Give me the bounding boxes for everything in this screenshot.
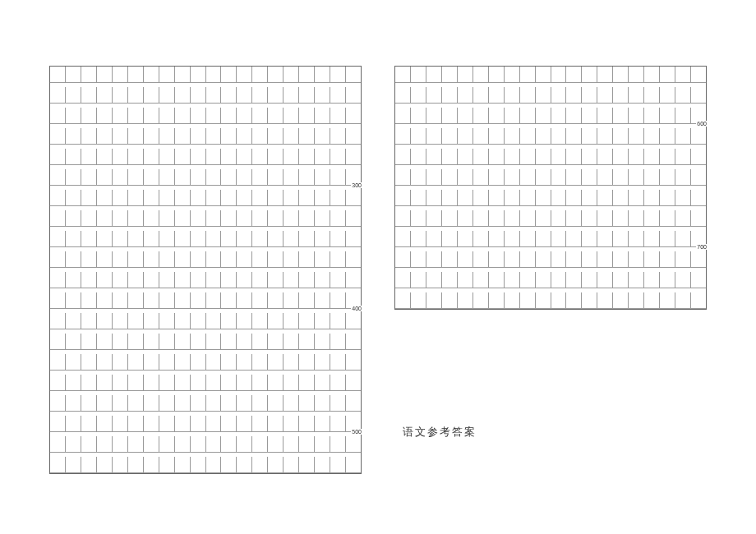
grid-cell xyxy=(582,169,597,186)
grid-cell xyxy=(675,87,691,104)
grid-cell xyxy=(268,457,284,473)
grid-cell xyxy=(597,169,613,186)
grid-cell xyxy=(66,108,81,124)
grid-cell xyxy=(66,436,81,453)
grid-cell xyxy=(97,128,113,145)
grid-cell xyxy=(159,251,175,268)
grid-cell xyxy=(159,128,175,145)
grid-cell xyxy=(128,354,144,371)
grid-cell xyxy=(458,190,473,206)
grid-cell xyxy=(597,251,613,268)
grid-cell xyxy=(237,375,252,391)
grid-cell xyxy=(206,334,222,350)
grid-cell xyxy=(237,334,252,350)
grid-cell xyxy=(395,190,411,206)
grid-cell xyxy=(411,67,426,83)
grid-cell xyxy=(206,395,222,412)
grid-cell xyxy=(426,67,442,83)
grid-cell xyxy=(237,457,252,473)
grid-row xyxy=(50,108,361,124)
grid-cell xyxy=(597,190,613,206)
grid-cell xyxy=(191,210,206,227)
grid-row: 500 xyxy=(50,436,361,453)
grid-cell xyxy=(191,251,206,268)
grid-cell xyxy=(97,67,113,83)
grid-cell xyxy=(597,128,613,145)
grid-cell xyxy=(505,210,520,227)
grid-cell xyxy=(252,292,268,309)
grid-cell xyxy=(346,313,361,329)
grid-cell xyxy=(315,169,330,186)
grid-cell xyxy=(458,87,473,104)
grid-cell xyxy=(175,272,191,288)
grid-cell xyxy=(206,416,222,432)
grid-cell xyxy=(299,149,315,165)
grid-cell xyxy=(206,457,222,473)
grid-cell xyxy=(536,128,551,145)
grid-cell xyxy=(299,313,315,329)
grid-cell xyxy=(582,67,597,83)
grid-cell xyxy=(97,313,113,329)
grid-cell xyxy=(473,210,489,227)
grid-cell xyxy=(268,416,284,432)
grid-cell xyxy=(66,149,81,165)
grid-cell xyxy=(284,128,299,145)
grid-cell xyxy=(252,149,268,165)
grid-cell xyxy=(66,87,81,104)
grid-cell xyxy=(128,313,144,329)
grid-cell xyxy=(299,272,315,288)
grid-cell xyxy=(113,210,128,227)
grid-cell xyxy=(50,67,66,83)
grid-cell xyxy=(411,108,426,124)
grid-cell xyxy=(81,334,97,350)
grid-cell xyxy=(644,251,660,268)
grid-cell xyxy=(458,108,473,124)
grid-cell xyxy=(206,313,222,329)
grid-cell xyxy=(330,231,346,247)
grid-cell xyxy=(50,375,66,391)
grid-cell xyxy=(536,87,551,104)
grid-cell xyxy=(284,231,299,247)
grid-cell xyxy=(268,354,284,371)
grid-cell xyxy=(284,395,299,412)
grid-cell xyxy=(346,354,361,371)
grid-cell xyxy=(551,210,567,227)
grid-cell xyxy=(144,416,159,432)
grid-cell xyxy=(395,272,411,288)
grid-cell xyxy=(582,149,597,165)
grid-cell xyxy=(411,169,426,186)
grid-cell xyxy=(66,169,81,186)
grid-cell xyxy=(411,128,426,145)
grid-cell xyxy=(175,149,191,165)
grid-cell xyxy=(175,375,191,391)
grid-row xyxy=(50,272,361,288)
grid-cell xyxy=(346,67,361,83)
grid-cell xyxy=(268,251,284,268)
grid-row xyxy=(50,251,361,268)
grid-cell xyxy=(395,231,411,247)
grid-cell xyxy=(144,231,159,247)
grid-cell xyxy=(128,210,144,227)
grid-row xyxy=(395,231,706,247)
grid-cell xyxy=(315,395,330,412)
grid-cell xyxy=(330,128,346,145)
grid-cell xyxy=(346,87,361,104)
grid-cell xyxy=(128,334,144,350)
grid-cell xyxy=(520,87,536,104)
grid-cell xyxy=(50,128,66,145)
grid-cell xyxy=(284,87,299,104)
grid-cell xyxy=(206,108,222,124)
grid-cell xyxy=(159,108,175,124)
grid-cell xyxy=(426,292,442,309)
grid-cell xyxy=(81,231,97,247)
grid-cell xyxy=(66,395,81,412)
grid-cell xyxy=(629,87,644,104)
grid-cell xyxy=(268,375,284,391)
grid-row xyxy=(395,67,706,83)
grid-cell xyxy=(536,231,551,247)
grid-cell xyxy=(159,395,175,412)
grid-cell xyxy=(128,87,144,104)
grid-cell xyxy=(691,251,706,268)
grid-cell xyxy=(299,457,315,473)
grid-cell xyxy=(442,128,458,145)
